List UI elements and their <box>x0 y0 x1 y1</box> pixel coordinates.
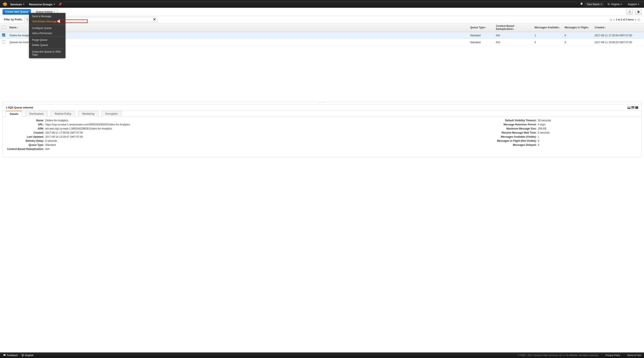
detail-value: 2017-08-11 17:30:54 GMT-07:00 <box>45 131 130 134</box>
cell-dedup: N/A <box>494 39 532 46</box>
page-first-icon[interactable]: |◂ <box>610 18 612 21</box>
detail-key: Content-Based Deduplication: <box>7 148 44 151</box>
svg-point-3 <box>26 19 28 20</box>
filter-bar: Filter by Prefix: ✕ |◂ ◂ 1 to 2 of 2 ite… <box>0 16 644 23</box>
cell-name: Orders-for-Analytics <box>7 32 468 39</box>
detail-value: 0 seconds <box>45 139 130 142</box>
clear-filter-icon[interactable]: ✕ <box>153 18 156 22</box>
detail-key: Messages in Flight (Not Visible): <box>497 139 536 142</box>
select-all-checkbox[interactable] <box>2 26 5 29</box>
detail-value: N/A <box>45 148 130 151</box>
chevron-down-icon <box>23 4 24 5</box>
layout-split-icon[interactable] <box>631 106 634 109</box>
global-nav: Services Resource Groups 📌 Your Name N. … <box>0 0 644 8</box>
detail-value: 0 seconds <box>538 131 551 134</box>
search-icon <box>26 18 29 21</box>
nav-resource-groups[interactable]: Resource Groups <box>28 2 57 7</box>
menu-configure-queue[interactable]: Configure Queue <box>29 26 66 31</box>
detail-value: Standard <box>45 143 130 146</box>
tab-details[interactable]: Details <box>6 111 22 117</box>
notifications-icon[interactable] <box>580 2 583 7</box>
detail-key: URL: <box>7 123 44 126</box>
detail-value: 0 <box>538 143 551 146</box>
aws-logo-icon[interactable] <box>2 2 7 7</box>
chevron-down-icon <box>54 11 55 12</box>
detail-key: Maximum Message Size: <box>497 127 536 130</box>
nav-account[interactable]: Your Name <box>584 2 604 7</box>
menu-purge-queue[interactable]: Purge Queue <box>29 37 66 43</box>
selection-title: 1 SQS Queue selected <box>6 106 33 109</box>
col-type[interactable]: Queue Type▾ <box>468 23 494 32</box>
table-row[interactable]: Queues-for-Invento Standard N/A 0 0 2017… <box>0 39 644 46</box>
detail-value: arn:aws:sqs:us-east-1:585534329928:Order… <box>45 127 130 130</box>
page-prev-icon[interactable]: ◂ <box>613 18 614 21</box>
pagination: |◂ ◂ 1 to 2 of 2 items ▸ ▸| <box>610 18 640 21</box>
nav-support[interactable]: Support <box>626 2 642 7</box>
col-dedup[interactable]: Content-Based Deduplication▾ <box>494 23 532 32</box>
tab-redrive[interactable]: Redrive Policy <box>51 111 75 117</box>
nav-region[interactable]: N. Virginia <box>606 2 624 7</box>
detail-header: 1 SQS Queue selected <box>3 105 641 111</box>
cell-created: 2017-08-11 17:30:54 GMT-07:00 <box>592 32 644 39</box>
col-inflight[interactable]: Messages in Flight▾ <box>562 23 592 32</box>
split-handle[interactable]: • • • <box>3 102 641 105</box>
refresh-button[interactable] <box>626 9 633 15</box>
detail-value: 0 <box>538 139 551 142</box>
tab-encryption[interactable]: Encryption <box>101 111 122 117</box>
detail-key: Delivery Delay: <box>7 139 44 142</box>
cell-type: Standard <box>468 32 494 39</box>
details-body: Name:Orders-for-AnalyticsURL:https://sqs… <box>3 117 641 157</box>
cell-inflight: 0 <box>562 39 592 46</box>
detail-key: Default Visibility Timeout: <box>497 119 536 122</box>
chevron-down-icon <box>638 4 639 5</box>
cell-avail: 0 <box>532 39 562 46</box>
col-created[interactable]: Created▾ <box>592 23 644 32</box>
svg-line-4 <box>28 20 28 21</box>
queue-actions-menu: Send a Message View/Delete Messages Conf… <box>29 13 66 58</box>
detail-value: Orders-for-Analytics <box>45 119 130 122</box>
chevron-down-icon <box>600 4 602 5</box>
detail-key: ARN: <box>7 127 44 130</box>
detail-value: 4 days <box>538 123 551 126</box>
row-checkbox[interactable] <box>2 40 5 43</box>
cell-created: 2017-08-11 16:56:03 GMT-07:00 <box>592 39 644 46</box>
detail-key: Created: <box>7 131 44 134</box>
menu-delete-queue[interactable]: Delete Queue <box>29 43 66 48</box>
row-checkbox[interactable] <box>2 34 5 37</box>
detail-value: https://sqs.us-east-1.amazonaws.com/5855… <box>45 123 130 126</box>
menu-subscribe-sns[interactable]: Subscribe Queue to SNS Topic <box>29 49 66 57</box>
queues-table: Name▾ Queue Type▾ Content-Based Deduplic… <box>0 23 644 46</box>
col-avail[interactable]: Messages Available▾ <box>532 23 562 32</box>
detail-key: Message Retention Period: <box>497 123 536 126</box>
menu-view-delete-messages[interactable]: View/Delete Messages <box>29 19 66 24</box>
detail-key: Messages Delayed: <box>497 143 536 146</box>
cell-inflight: 0 <box>562 32 592 39</box>
detail-value: 2017-08-14 13:29:47 GMT-07:00 <box>45 135 130 138</box>
cell-dedup: N/A <box>494 32 532 39</box>
detail-tabs: Details Permissions Redrive Policy Monit… <box>3 111 641 117</box>
layout-full-icon[interactable] <box>635 106 638 109</box>
pin-icon[interactable]: 📌 <box>58 3 62 6</box>
detail-value: 30 seconds <box>538 119 551 122</box>
nav-services[interactable]: Services <box>8 2 26 7</box>
tab-permissions[interactable]: Permissions <box>25 111 48 117</box>
settings-button[interactable] <box>635 9 642 15</box>
detail-key: Last Updated: <box>7 135 44 138</box>
chevron-down-icon <box>54 4 55 5</box>
col-name[interactable]: Name▾ <box>7 23 468 32</box>
cell-avail: 1 <box>532 32 562 39</box>
action-toolbar: Create New Queue Queue Actions <box>0 8 644 16</box>
detail-key: Name: <box>7 119 44 122</box>
tab-monitoring[interactable]: Monitoring <box>78 111 98 117</box>
filter-label: Filter by Prefix: <box>4 18 22 21</box>
cell-type: Standard <box>468 39 494 46</box>
page-last-icon[interactable]: ▸| <box>638 18 640 21</box>
create-queue-button[interactable]: Create New Queue <box>2 9 31 15</box>
menu-add-permission[interactable]: Add a Permission <box>29 31 66 36</box>
page-next-icon[interactable]: ▸ <box>635 18 636 21</box>
table-row[interactable]: Orders-for-Analytics Standard N/A 1 0 20… <box>0 32 644 39</box>
detail-key: Queue Type: <box>7 143 44 146</box>
chevron-down-icon <box>620 4 622 5</box>
layout-bottom-icon[interactable] <box>628 106 630 109</box>
menu-send-message[interactable]: Send a Message <box>29 14 66 19</box>
